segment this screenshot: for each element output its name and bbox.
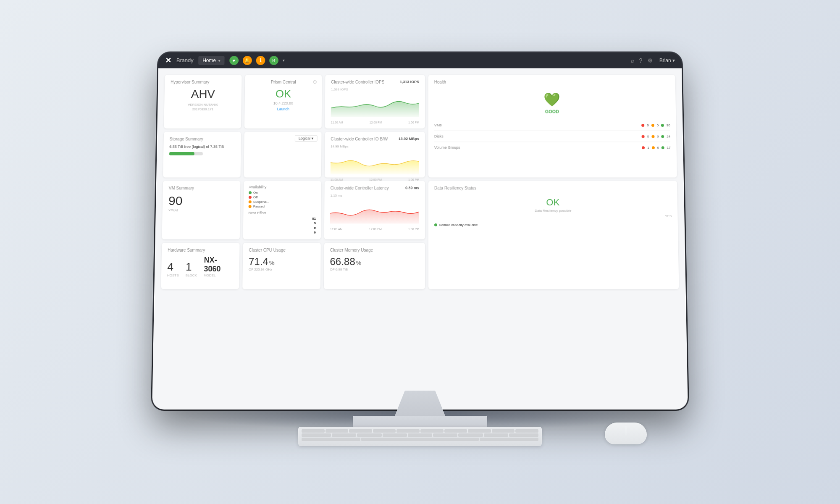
cpu-pct-symbol: % bbox=[269, 260, 275, 266]
iops-title: Cluster-wide Controller IOPS bbox=[331, 80, 384, 84]
hosts-count: 4 bbox=[167, 260, 179, 273]
dashboard-screen: Hypervisor Summary AHV VERSION NUTANIX 2… bbox=[152, 68, 688, 410]
iobw-value: 13.92 MBps bbox=[399, 137, 419, 141]
monitor-shell: ✕ Brandy Home ▾ ♥ 🔔 ℹ B ▾ bbox=[130, 50, 710, 454]
iops-chart bbox=[331, 94, 419, 118]
rebuild-dot bbox=[434, 223, 437, 226]
disks-red-count: 0 bbox=[647, 134, 649, 138]
iops-card: Cluster-wide Controller IOPS 1,313 IOPS … bbox=[325, 75, 425, 129]
hypervisor-version-label: VERSION NUTANIX bbox=[170, 102, 236, 107]
health-vg-label: Volume Groups bbox=[434, 145, 460, 150]
latency-time-labels: 11:00 AM 12:00 PM 1:00 PM bbox=[330, 228, 419, 231]
hypervisor-card: Hypervisor Summary AHV VERSION NUTANIX 2… bbox=[164, 75, 242, 129]
health-status: GOOD bbox=[434, 109, 670, 114]
topbar-right: ⌕ ? ⚙ Brian ▾ bbox=[631, 57, 675, 64]
availability-section: Availability On Off Suspend... bbox=[249, 185, 316, 208]
topbar-nav: Home ▾ bbox=[198, 56, 224, 65]
cpu-title: Cluster CPU Usage bbox=[249, 248, 315, 252]
vm-avail-card: Availability On Off Suspend... bbox=[243, 181, 321, 239]
resiliency-sub: Data Resiliency possible bbox=[434, 209, 672, 213]
avail-suspend-row: Suspend... bbox=[249, 200, 316, 204]
resiliency-card: Data Resiliency Status OK Data Resilienc… bbox=[428, 181, 679, 289]
prism-launch[interactable]: Launch bbox=[250, 107, 316, 111]
avail-on-label: On bbox=[253, 191, 258, 194]
vg-red-dot bbox=[642, 146, 645, 149]
paused-dot bbox=[249, 205, 252, 208]
vm-summary-title: VM Summary bbox=[169, 186, 235, 190]
vms-yellow-dot bbox=[651, 123, 654, 126]
health-vms-dots: 0 0 90 bbox=[641, 123, 670, 127]
avail-off-label: Off bbox=[253, 195, 258, 199]
vms-red-count: 0 bbox=[647, 123, 649, 127]
prism-status: OK bbox=[251, 88, 316, 100]
vm-summary-card: VM Summary 90 VM(S) bbox=[162, 181, 241, 239]
storage-text: 6.55 TiB free (logical) of 7.35 TiB bbox=[169, 144, 235, 149]
cpu-label: OF 223.98 GHz bbox=[249, 268, 315, 271]
iobw-card: Cluster-wide Controller IO B/W 13.92 MBp… bbox=[325, 132, 425, 178]
hardware-model-label: MODEL bbox=[204, 273, 234, 277]
health-card: Health 💚 GOOD VMs 0 0 bbox=[428, 75, 677, 177]
health-icon[interactable]: ♥ bbox=[229, 56, 239, 65]
health-vg-row: Volume Groups 1 0 17 bbox=[434, 145, 671, 153]
suspend-dot bbox=[249, 200, 252, 203]
health-disks-row: Disks 0 0 24 bbox=[434, 134, 671, 142]
nav-home[interactable]: Home ▾ bbox=[198, 56, 224, 65]
vms-green-dot bbox=[661, 123, 664, 126]
memory-card: Cluster Memory Usage 66.88 % OF 0.98 TiB bbox=[324, 243, 425, 289]
latency-chart-label: 1.15 ms bbox=[330, 194, 419, 197]
hypervisor-version: 20170830.171 bbox=[170, 107, 236, 112]
health-vms-row: VMs 0 0 90 bbox=[434, 123, 670, 131]
rebuild-label: Rebuild capacity available bbox=[439, 223, 478, 227]
status-icons: ♥ 🔔 ℹ B ▾ bbox=[229, 56, 285, 65]
on-dot bbox=[249, 191, 252, 194]
best-title: Best Effort bbox=[248, 211, 316, 215]
latency-value: 0.89 ms bbox=[405, 186, 419, 190]
alert-icon[interactable]: 🔔 bbox=[242, 56, 252, 65]
avail-title: Availability bbox=[249, 185, 316, 189]
best-0b-row: 0 bbox=[248, 231, 316, 234]
iops-value: 1,313 IOPS bbox=[400, 80, 419, 84]
user-icon[interactable]: B bbox=[269, 56, 278, 65]
cpu-card: Cluster CPU Usage 71.4 % OF 223.98 GHz bbox=[242, 243, 321, 289]
vg-green-count: 17 bbox=[667, 146, 671, 150]
cpu-value: 71.4 bbox=[249, 256, 268, 268]
avail-paused-label: Paused bbox=[253, 205, 265, 208]
vms-red-dot bbox=[641, 123, 644, 126]
search-icon[interactable]: ⌕ bbox=[631, 57, 634, 64]
prism-title: Prism Central bbox=[251, 80, 316, 84]
vg-green-dot bbox=[662, 146, 664, 149]
disks-green-dot bbox=[661, 135, 664, 138]
prism-ip: 10.4.220.80 bbox=[250, 101, 316, 105]
hypervisor-title: Hypervisor Summary bbox=[171, 80, 236, 84]
vm-label: VM(S) bbox=[168, 208, 234, 212]
disks-yellow-dot bbox=[651, 135, 654, 138]
prism-info-icon: ⊙ bbox=[313, 79, 317, 85]
health-disks-dots: 0 0 24 bbox=[642, 134, 671, 138]
hosts-group: 4 HOSTS bbox=[167, 260, 179, 277]
iops-time-labels: 11:00 AM 12:00 PM 1:00 PM bbox=[331, 121, 419, 124]
logical-dropdown[interactable]: Logical ▾ bbox=[295, 135, 318, 142]
health-heart-icon: 💚 bbox=[434, 92, 670, 107]
info-icon[interactable]: ℹ bbox=[256, 56, 265, 65]
disks-green-count: 24 bbox=[667, 134, 670, 138]
resiliency-title: Data Resiliency Status bbox=[434, 186, 672, 190]
app-logo[interactable]: ✕ bbox=[165, 56, 171, 65]
help-icon[interactable]: ? bbox=[639, 57, 643, 64]
hosts-label: HOSTS bbox=[167, 273, 179, 277]
iops-chart-label: 1,388 IOPS bbox=[331, 88, 419, 92]
disks-red-dot bbox=[642, 135, 645, 138]
iobw-chart-label: 14.99 MBps bbox=[331, 144, 419, 148]
memory-title: Cluster Memory Usage bbox=[330, 248, 419, 252]
health-vg-dots: 1 0 17 bbox=[642, 146, 671, 150]
block-group: 1 BLOCK bbox=[186, 260, 197, 277]
best-0a: 0 bbox=[314, 226, 316, 230]
memory-value: 66.88 bbox=[330, 256, 355, 268]
avail-paused-row: Paused bbox=[249, 205, 316, 208]
block-label: BLOCK bbox=[186, 273, 197, 277]
utility-icons: ⌕ ? ⚙ bbox=[631, 57, 653, 64]
vms-green-count: 90 bbox=[667, 123, 670, 127]
best-effort-section: Best Effort 81 9 0 bbox=[248, 211, 316, 234]
latency-chart bbox=[330, 200, 419, 225]
settings-icon[interactable]: ⚙ bbox=[647, 57, 653, 64]
user-menu[interactable]: Brian ▾ bbox=[659, 58, 675, 63]
